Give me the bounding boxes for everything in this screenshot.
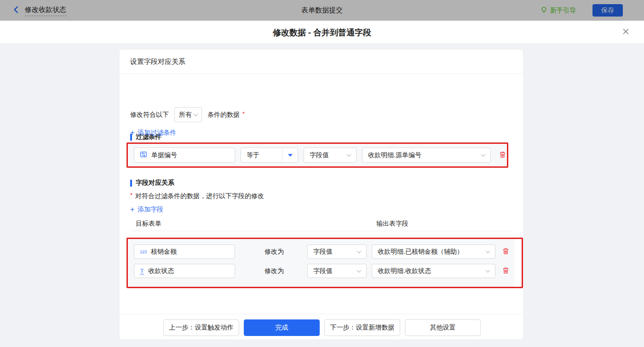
chevron-down-icon <box>357 268 362 273</box>
chevron-down-icon <box>357 249 362 253</box>
settings-card: 设置字段对应关系 过滤条件 修改符合以下 所有 条件的数据 * + 添加过滤条件 <box>120 50 523 339</box>
modal-header: 修改数据 - 合并到普通字段 <box>0 21 644 44</box>
topbar-dim-overlay <box>0 0 644 21</box>
modal-title: 修改数据 - 合并到普通字段 <box>0 27 644 38</box>
trash-icon <box>502 247 510 257</box>
required-asterisk: * <box>130 192 132 199</box>
filter-operator-select[interactable]: 等于 <box>241 148 298 163</box>
chevron-down-icon <box>486 268 490 273</box>
divider <box>120 314 523 314</box>
caret-down-icon <box>288 154 293 157</box>
section-marker <box>130 180 132 187</box>
mapping-value-type-select[interactable]: 字段值 <box>307 245 367 259</box>
divider <box>120 74 523 74</box>
match-prefix-label: 修改符合以下 <box>130 111 169 119</box>
app-root: 修改收款状态 表单数据提交 新手引导 保存 修改数据 - 合并到普通字段 <box>0 0 644 347</box>
match-mode-value: 所有 <box>179 111 192 119</box>
chevron-down-icon <box>194 112 198 116</box>
chevron-down-icon <box>486 249 490 253</box>
delete-mapping-row-button[interactable] <box>501 267 510 275</box>
required-asterisk: * <box>242 110 245 117</box>
mapping-output-select[interactable]: 收款明细.收款状态 <box>372 264 495 278</box>
mapping-output-select[interactable]: 收款明细.已核销金额（辅助） <box>372 245 495 259</box>
plus-icon: + <box>130 130 134 136</box>
mapping-rows-highlight-box: 123 核销金额 修改为 字段值 收款明细.已核销金额（辅助） <box>126 238 523 288</box>
operator-dropdown-toggle[interactable] <box>282 148 298 162</box>
other-settings-button[interactable]: 其他设置 <box>405 319 481 336</box>
mapping-field-value: 收款状态 <box>148 267 174 275</box>
delete-mapping-row-button[interactable] <box>501 248 510 256</box>
mapping-section-title: 字段对应关系 <box>130 179 174 187</box>
mapping-value-type-value: 字段值 <box>313 248 333 256</box>
filter-field-input[interactable]: 单据编号 <box>134 148 235 163</box>
add-filter-condition-label: 添加过滤条件 <box>138 129 176 137</box>
mapping-description: *对符合过滤条件的数据，进行以下字段的修改 <box>130 192 264 200</box>
close-icon <box>622 28 629 37</box>
mapping-output-value: 收款明细.收款状态 <box>378 267 431 275</box>
modal-body: 设置字段对应关系 过滤条件 修改符合以下 所有 条件的数据 * + 添加过滤条件 <box>0 44 644 347</box>
mapping-description-text: 对符合过滤条件的数据，进行以下字段的修改 <box>135 192 264 199</box>
add-field-label: 添加字段 <box>138 205 163 214</box>
card-header-title: 设置字段对应关系 <box>130 50 185 74</box>
filter-operator-value: 等于 <box>247 151 259 159</box>
modify-to-label: 修改为 <box>264 264 284 278</box>
mapping-value-type-select[interactable]: 字段值 <box>307 264 367 278</box>
delete-filter-row-button[interactable] <box>498 151 506 159</box>
prev-step-button[interactable]: 上一步：设置触发动作 <box>163 319 239 336</box>
text-field-icon: T <box>140 268 144 274</box>
filter-field-value: 单据编号 <box>151 151 177 159</box>
modify-to-label: 修改为 <box>264 245 284 259</box>
serial-number-icon <box>140 151 147 159</box>
number-field-icon: 123 <box>140 250 147 254</box>
filter-value-value: 收款明细.源单编号 <box>368 151 421 159</box>
topbar: 修改收款状态 表单数据提交 新手引导 保存 <box>0 0 644 21</box>
column-header-output-field: 输出表字段 <box>376 220 408 228</box>
chevron-down-icon <box>481 152 486 157</box>
mapping-row-field-input[interactable]: 123 核销金额 <box>134 245 235 259</box>
filter-condition-highlight-box: 单据编号 等于 字段值 收款明细.源单编号 <box>126 142 508 168</box>
close-button[interactable] <box>621 28 630 37</box>
match-suffix-label: 条件的数据 <box>207 111 240 119</box>
filter-value-type-value: 字段值 <box>310 151 329 159</box>
filter-value-type-select[interactable]: 字段值 <box>304 148 356 163</box>
mapping-value-type-value: 字段值 <box>313 267 333 275</box>
trash-icon <box>502 267 510 276</box>
mapping-field-value: 核销金额 <box>151 248 177 256</box>
mapping-row-field-input[interactable]: T 收款状态 <box>134 264 235 278</box>
chevron-down-icon <box>347 152 351 157</box>
filter-value-select[interactable]: 收款明细.源单编号 <box>362 148 491 163</box>
filter-match-row: 修改符合以下 所有 条件的数据 * <box>130 107 245 122</box>
divider <box>130 231 513 231</box>
plus-icon: + <box>130 206 134 213</box>
next-step-button[interactable]: 下一步：设置新增数据 <box>324 319 400 336</box>
add-filter-condition-link[interactable]: + 添加过滤条件 <box>130 129 176 137</box>
done-button[interactable]: 完成 <box>244 319 320 336</box>
add-field-link[interactable]: + 添加字段 <box>130 205 163 214</box>
mapping-section-label: 字段对应关系 <box>136 179 174 187</box>
column-header-target-form: 目标表单 <box>136 220 161 228</box>
match-mode-select[interactable]: 所有 <box>174 107 202 122</box>
trash-icon <box>499 151 506 160</box>
mapping-output-value: 收款明细.已核销金额（辅助） <box>378 248 463 256</box>
